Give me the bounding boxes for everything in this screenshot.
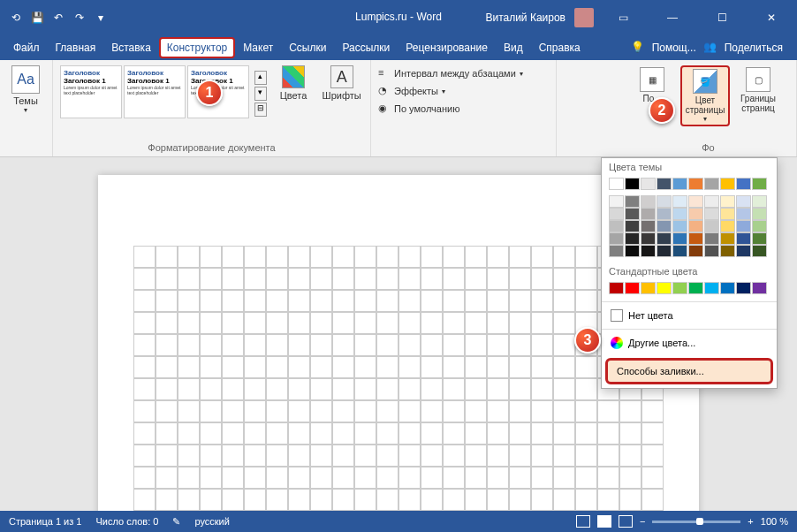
user-avatar-icon[interactable] (574, 8, 594, 27)
word-count[interactable]: Число слов: 0 (95, 516, 158, 527)
web-layout-icon[interactable] (619, 515, 633, 528)
color-swatch[interactable] (672, 282, 687, 294)
save-icon[interactable]: 💾 (30, 11, 44, 25)
color-swatch[interactable] (657, 195, 672, 208)
color-swatch[interactable] (752, 208, 767, 220)
print-layout-icon[interactable] (597, 515, 611, 528)
tab-references[interactable]: Ссылки (281, 37, 334, 58)
color-swatch[interactable] (704, 195, 719, 208)
page-indicator[interactable]: Страница 1 из 1 (9, 516, 81, 527)
color-swatch[interactable] (720, 245, 735, 257)
color-swatch[interactable] (704, 178, 719, 190)
color-swatch[interactable] (609, 195, 624, 208)
color-swatch[interactable] (688, 178, 703, 190)
tab-view[interactable]: Вид (496, 37, 531, 58)
color-swatch[interactable] (704, 208, 719, 220)
zoom-slider[interactable] (652, 521, 740, 523)
fill-effects-item[interactable]: Способы заливки... (605, 358, 773, 384)
page-borders-button[interactable]: ▢ Границы страниц (733, 65, 783, 126)
color-swatch[interactable] (657, 220, 672, 232)
color-swatch[interactable] (641, 220, 656, 232)
color-swatch[interactable] (672, 178, 687, 190)
tab-file[interactable]: Файл (5, 37, 48, 58)
themes-button[interactable]: Аа Темы ▾ (7, 65, 44, 114)
language-indicator[interactable]: русский (194, 516, 229, 527)
color-swatch[interactable] (736, 245, 751, 257)
tab-review[interactable]: Рецензирование (398, 37, 496, 58)
tab-help[interactable]: Справка (531, 37, 588, 58)
tab-home[interactable]: Главная (48, 37, 104, 58)
color-swatch[interactable] (688, 282, 703, 294)
gallery-up-icon[interactable]: ▴ (254, 71, 267, 85)
color-swatch[interactable] (720, 282, 735, 294)
color-swatch[interactable] (704, 245, 719, 257)
tab-layout[interactable]: Макет (235, 37, 281, 58)
color-swatch[interactable] (736, 220, 751, 232)
page-color-button[interactable]: 🪣 Цвет страницы ▾ (680, 65, 730, 126)
color-swatch[interactable] (688, 208, 703, 220)
read-mode-icon[interactable] (576, 515, 590, 528)
minimize-icon[interactable]: — (652, 0, 693, 35)
color-swatch[interactable] (720, 195, 735, 208)
qat-dropdown-icon[interactable]: ▾ (94, 11, 108, 25)
color-swatch[interactable] (736, 195, 751, 208)
tab-insert[interactable]: Вставка (103, 37, 159, 58)
gallery-more-icon[interactable]: ⊟ (254, 103, 267, 117)
style-set-2[interactable]: ЗаголовокЗаголовок 1Lorem ipsum dolor si… (124, 65, 186, 118)
gallery-down-icon[interactable]: ▾ (254, 87, 267, 101)
color-swatch[interactable] (736, 208, 751, 220)
color-swatch[interactable] (672, 220, 687, 232)
zoom-in-icon[interactable]: + (748, 516, 753, 527)
color-swatch[interactable] (704, 232, 719, 245)
share-label[interactable]: Поделиться (725, 42, 783, 54)
color-swatch[interactable] (688, 195, 703, 208)
more-colors-item[interactable]: Другие цвета... (602, 331, 777, 354)
style-set-1[interactable]: ЗаголовокЗаголовок 1Lorem ipsum dolor si… (60, 65, 122, 118)
color-swatch[interactable] (736, 282, 751, 294)
user-name[interactable]: Виталий Каиров (485, 11, 565, 24)
colors-button[interactable]: Цвета (272, 65, 315, 101)
color-swatch[interactable] (641, 178, 656, 190)
color-swatch[interactable] (641, 208, 656, 220)
color-swatch[interactable] (752, 220, 767, 232)
color-swatch[interactable] (736, 178, 751, 190)
color-swatch[interactable] (720, 208, 735, 220)
color-swatch[interactable] (609, 178, 624, 190)
color-swatch[interactable] (672, 208, 687, 220)
color-swatch[interactable] (752, 232, 767, 245)
color-swatch[interactable] (657, 178, 672, 190)
spell-check-icon[interactable]: ✎ (172, 516, 180, 528)
color-swatch[interactable] (672, 245, 687, 257)
color-swatch[interactable] (609, 220, 624, 232)
color-swatch[interactable] (625, 245, 640, 257)
undo-icon[interactable]: ↶ (51, 11, 65, 25)
color-swatch[interactable] (641, 232, 656, 245)
color-swatch[interactable] (720, 178, 735, 190)
maximize-icon[interactable]: ☐ (702, 0, 742, 35)
fonts-button[interactable]: А Шрифты (320, 65, 363, 101)
redo-icon[interactable]: ↷ (72, 11, 87, 25)
close-icon[interactable]: ✕ (751, 0, 792, 35)
color-swatch[interactable] (625, 232, 640, 245)
color-swatch[interactable] (688, 245, 703, 257)
color-swatch[interactable] (672, 232, 687, 245)
color-swatch[interactable] (609, 232, 624, 245)
set-default-button[interactable]: ◉По умолчанию (378, 103, 523, 115)
color-swatch[interactable] (657, 245, 672, 257)
tab-design[interactable]: Конструктор (159, 37, 235, 58)
no-color-item[interactable]: Нет цвета (602, 304, 777, 327)
color-swatch[interactable] (625, 282, 640, 294)
color-swatch[interactable] (688, 220, 703, 232)
autosave-icon[interactable]: ⟲ (9, 11, 23, 25)
color-swatch[interactable] (688, 232, 703, 245)
color-swatch[interactable] (736, 232, 751, 245)
color-swatch[interactable] (720, 232, 735, 245)
color-swatch[interactable] (609, 208, 624, 220)
tell-me-icon[interactable]: 💡 (631, 41, 645, 55)
tell-me-label[interactable]: Помощ... (652, 42, 696, 54)
tab-mailings[interactable]: Рассылки (334, 37, 398, 58)
color-swatch[interactable] (625, 195, 640, 208)
color-swatch[interactable] (704, 220, 719, 232)
color-swatch[interactable] (657, 282, 672, 294)
share-icon[interactable]: 👥 (703, 41, 717, 55)
